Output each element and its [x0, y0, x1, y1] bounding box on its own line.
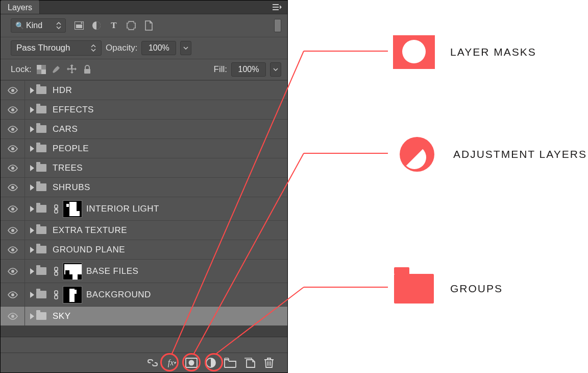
- folder-icon: [36, 164, 46, 172]
- lock-pixels-icon[interactable]: [51, 64, 62, 75]
- visibility-toggle[interactable]: [1, 197, 25, 220]
- layer-name-label[interactable]: SKY: [53, 311, 71, 321]
- lock-all-icon[interactable]: [82, 64, 93, 75]
- filter-kind-label: Kind: [26, 21, 42, 30]
- fill-dropdown-arrow[interactable]: [270, 62, 281, 77]
- layer-mask-thumbnail[interactable]: [63, 286, 82, 304]
- visibility-toggle[interactable]: [1, 283, 25, 306]
- svg-point-17: [11, 167, 14, 170]
- new-layer-button[interactable]: [241, 355, 258, 371]
- disclosure-triangle-icon[interactable]: [30, 184, 34, 191]
- visibility-toggle[interactable]: [1, 240, 25, 259]
- visibility-toggle[interactable]: [1, 139, 25, 158]
- disclosure-triangle-icon[interactable]: [30, 87, 34, 94]
- svg-point-15: [11, 128, 14, 131]
- layer-row[interactable]: SHRUBS: [1, 178, 287, 197]
- layer-name-label[interactable]: CARS: [53, 124, 78, 134]
- panel-menu-flyout[interactable]: [267, 1, 287, 14]
- disclosure-triangle-icon[interactable]: [30, 206, 34, 212]
- lock-position-icon[interactable]: [66, 64, 78, 75]
- layer-row[interactable]: PEOPLE: [1, 139, 287, 158]
- layer-row[interactable]: EFFECTS: [1, 100, 287, 120]
- layer-row[interactable]: EXTRA TEXTURE: [1, 221, 287, 240]
- layer-row[interactable]: INTERIOR LIGHT: [1, 197, 287, 221]
- blend-mode-value: Pass Through: [16, 43, 70, 53]
- layer-row[interactable]: BASE FILES: [1, 260, 287, 283]
- link-layers-button[interactable]: [144, 355, 161, 371]
- layer-name-label[interactable]: BASE FILES: [86, 266, 138, 276]
- layer-mask-thumbnail[interactable]: [63, 200, 82, 218]
- filter-adjustment-icon[interactable]: [91, 20, 102, 31]
- disclosure-triangle-icon[interactable]: [30, 107, 34, 113]
- visibility-toggle[interactable]: [1, 178, 25, 197]
- blend-mode-dropdown[interactable]: Pass Through: [11, 40, 102, 56]
- visibility-toggle[interactable]: [1, 158, 25, 177]
- layer-name-label[interactable]: SHRUBS: [53, 182, 90, 193]
- svg-rect-10: [37, 65, 41, 69]
- fx-button[interactable]: fx▾: [164, 355, 180, 371]
- add-mask-button[interactable]: [183, 355, 200, 371]
- link-icon[interactable]: [53, 266, 60, 276]
- lock-label: Lock:: [11, 64, 32, 75]
- layer-name-label[interactable]: EFFECTS: [53, 105, 94, 115]
- link-icon[interactable]: [53, 290, 60, 300]
- folder-icon: [36, 205, 46, 213]
- disclosure-triangle-icon[interactable]: [30, 126, 34, 132]
- folder-icon: [36, 246, 46, 253]
- visibility-toggle[interactable]: [1, 221, 25, 240]
- svg-point-19: [11, 207, 14, 211]
- layer-name-label[interactable]: BACKGROUND: [86, 290, 151, 300]
- disclosure-triangle-icon[interactable]: [30, 227, 34, 234]
- visibility-toggle[interactable]: [1, 100, 25, 119]
- group-folder-icon: [393, 270, 435, 307]
- svg-point-13: [11, 89, 14, 92]
- annotation-label: LAYER MASKS: [450, 46, 536, 58]
- tab-layers[interactable]: Layers: [1, 0, 40, 14]
- opacity-label: Opacity:: [106, 43, 137, 53]
- layer-row[interactable]: CARS: [1, 120, 287, 139]
- visibility-toggle[interactable]: [1, 81, 25, 100]
- filter-smartobject-icon[interactable]: [143, 20, 154, 31]
- filter-toggle-switch[interactable]: [274, 19, 281, 32]
- layer-name-label[interactable]: GROUND PLANE: [53, 245, 125, 255]
- visibility-toggle[interactable]: [1, 260, 25, 283]
- filter-type-icon[interactable]: T: [109, 20, 119, 31]
- disclosure-triangle-icon[interactable]: [30, 268, 34, 274]
- fill-input[interactable]: 100%: [231, 62, 266, 77]
- layer-name-label[interactable]: PEOPLE: [53, 144, 89, 154]
- layer-name-label[interactable]: HDR: [53, 85, 72, 96]
- layer-row[interactable]: TREES: [1, 158, 287, 178]
- layer-name-label[interactable]: TREES: [53, 163, 83, 173]
- filter-kind-dropdown[interactable]: 🔍 Kind: [11, 18, 66, 33]
- visibility-toggle[interactable]: [1, 307, 25, 325]
- folder-icon: [36, 226, 46, 234]
- opacity-dropdown-arrow[interactable]: [180, 41, 191, 55]
- chevron-updown-icon: [91, 44, 96, 52]
- layer-mask-thumbnail[interactable]: [63, 263, 82, 280]
- new-group-button[interactable]: [222, 355, 238, 371]
- new-adjustment-button[interactable]: [203, 355, 219, 371]
- layer-name-label[interactable]: INTERIOR LIGHT: [86, 204, 159, 214]
- link-icon[interactable]: [53, 204, 60, 214]
- filter-shape-icon[interactable]: [126, 20, 136, 31]
- layer-row[interactable]: SKY: [1, 307, 287, 326]
- svg-rect-1: [76, 25, 82, 28]
- layer-row[interactable]: GROUND PLANE: [1, 240, 287, 260]
- disclosure-triangle-icon[interactable]: [30, 146, 34, 152]
- filter-pixel-icon[interactable]: [74, 20, 84, 31]
- disclosure-triangle-icon[interactable]: [30, 247, 34, 253]
- folder-icon: [36, 267, 46, 275]
- opacity-input[interactable]: 100%: [141, 41, 176, 55]
- svg-rect-12: [84, 69, 90, 74]
- layer-row[interactable]: HDR: [1, 81, 287, 100]
- lock-transparency-icon[interactable]: [36, 64, 47, 75]
- disclosure-triangle-icon[interactable]: [30, 313, 34, 319]
- delete-layer-button[interactable]: [261, 355, 277, 371]
- filter-type-icons: T: [74, 20, 154, 31]
- layer-row[interactable]: BACKGROUND: [1, 283, 287, 307]
- visibility-toggle[interactable]: [1, 120, 25, 138]
- disclosure-triangle-icon[interactable]: [30, 165, 34, 171]
- annotation-label: GROUPS: [450, 283, 503, 295]
- disclosure-triangle-icon[interactable]: [30, 292, 34, 298]
- layer-name-label[interactable]: EXTRA TEXTURE: [53, 225, 127, 236]
